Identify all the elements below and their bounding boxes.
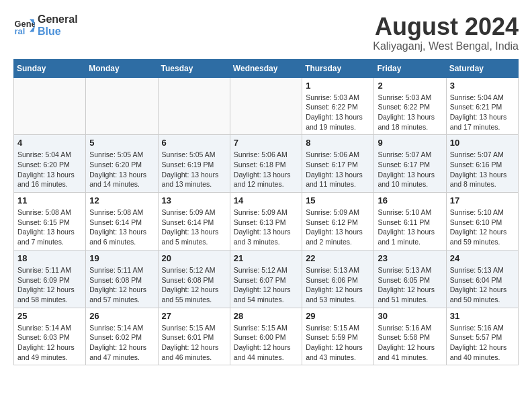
day-number: 27 [162, 311, 226, 321]
weekday-header: Friday [374, 59, 446, 77]
calendar-cell: 31Sunrise: 5:16 AM Sunset: 5:57 PM Dayli… [446, 308, 518, 365]
calendar-cell: 20Sunrise: 5:12 AM Sunset: 6:08 PM Dayli… [158, 250, 230, 308]
calendar-cell: 17Sunrise: 5:10 AM Sunset: 6:10 PM Dayli… [446, 193, 518, 250]
calendar-cell: 13Sunrise: 5:09 AM Sunset: 6:14 PM Dayli… [158, 193, 230, 250]
calendar-cell: 24Sunrise: 5:13 AM Sunset: 6:04 PM Dayli… [446, 250, 518, 308]
day-number: 5 [89, 138, 154, 148]
weekday-header: Monday [86, 59, 158, 77]
calendar-cell: 3Sunrise: 5:04 AM Sunset: 6:21 PM Daylig… [446, 77, 518, 135]
day-number: 9 [378, 138, 442, 148]
weekday-header: Saturday [446, 59, 518, 77]
calendar: SundayMondayTuesdayWednesdayThursdayFrid… [13, 59, 519, 366]
weekday-header: Sunday [14, 59, 86, 77]
day-info: Sunrise: 5:05 AM Sunset: 6:19 PM Dayligh… [162, 150, 226, 189]
calendar-cell: 25Sunrise: 5:14 AM Sunset: 6:03 PM Dayli… [14, 308, 86, 365]
day-number: 12 [89, 195, 154, 205]
day-info: Sunrise: 5:08 AM Sunset: 6:15 PM Dayligh… [17, 208, 82, 247]
day-number: 7 [234, 138, 298, 148]
calendar-cell: 29Sunrise: 5:15 AM Sunset: 5:59 PM Dayli… [302, 308, 374, 365]
calendar-header: SundayMondayTuesdayWednesdayThursdayFrid… [14, 59, 519, 77]
day-number: 23 [378, 253, 442, 263]
day-info: Sunrise: 5:10 AM Sunset: 6:10 PM Dayligh… [450, 208, 515, 247]
day-number: 26 [89, 311, 154, 321]
day-number: 24 [450, 253, 515, 263]
calendar-cell: 23Sunrise: 5:13 AM Sunset: 6:05 PM Dayli… [374, 250, 446, 308]
day-number: 10 [450, 138, 515, 148]
day-number: 3 [450, 81, 515, 91]
logo-icon: Gene ral [13, 15, 35, 36]
day-info: Sunrise: 5:06 AM Sunset: 6:18 PM Dayligh… [234, 150, 298, 189]
calendar-cell: 19Sunrise: 5:11 AM Sunset: 6:08 PM Dayli… [86, 250, 158, 308]
calendar-body: 1Sunrise: 5:03 AM Sunset: 6:22 PM Daylig… [14, 77, 519, 365]
day-info: Sunrise: 5:13 AM Sunset: 6:06 PM Dayligh… [306, 265, 370, 305]
day-number: 13 [162, 195, 226, 205]
calendar-cell: 8Sunrise: 5:06 AM Sunset: 6:17 PM Daylig… [302, 135, 374, 193]
calendar-cell: 6Sunrise: 5:05 AM Sunset: 6:19 PM Daylig… [158, 135, 230, 193]
weekday-header: Wednesday [230, 59, 302, 77]
calendar-week: 18Sunrise: 5:11 AM Sunset: 6:09 PM Dayli… [14, 250, 519, 308]
calendar-cell: 7Sunrise: 5:06 AM Sunset: 6:18 PM Daylig… [230, 135, 302, 193]
calendar-cell: 9Sunrise: 5:07 AM Sunset: 6:17 PM Daylig… [374, 135, 446, 193]
day-info: Sunrise: 5:13 AM Sunset: 6:05 PM Dayligh… [378, 265, 442, 305]
day-number: 16 [378, 195, 442, 205]
calendar-cell: 1Sunrise: 5:03 AM Sunset: 6:22 PM Daylig… [302, 77, 374, 135]
day-number: 17 [450, 195, 515, 205]
day-info: Sunrise: 5:06 AM Sunset: 6:17 PM Dayligh… [306, 150, 370, 189]
day-info: Sunrise: 5:12 AM Sunset: 6:07 PM Dayligh… [234, 265, 298, 305]
day-info: Sunrise: 5:07 AM Sunset: 6:16 PM Dayligh… [450, 150, 515, 189]
day-info: Sunrise: 5:14 AM Sunset: 6:03 PM Dayligh… [17, 323, 82, 363]
calendar-cell: 4Sunrise: 5:04 AM Sunset: 6:20 PM Daylig… [14, 135, 86, 193]
calendar-week: 25Sunrise: 5:14 AM Sunset: 6:03 PM Dayli… [14, 308, 519, 365]
day-number: 2 [378, 81, 442, 91]
calendar-cell [86, 77, 158, 135]
day-number: 22 [306, 253, 370, 263]
calendar-cell: 15Sunrise: 5:09 AM Sunset: 6:12 PM Dayli… [302, 193, 374, 250]
main-title: August 2024 [373, 13, 519, 40]
calendar-cell: 14Sunrise: 5:09 AM Sunset: 6:13 PM Dayli… [230, 193, 302, 250]
calendar-cell: 26Sunrise: 5:14 AM Sunset: 6:02 PM Dayli… [86, 308, 158, 365]
day-info: Sunrise: 5:05 AM Sunset: 6:20 PM Dayligh… [89, 150, 154, 189]
day-info: Sunrise: 5:13 AM Sunset: 6:04 PM Dayligh… [450, 265, 515, 305]
calendar-week: 11Sunrise: 5:08 AM Sunset: 6:15 PM Dayli… [14, 193, 519, 250]
day-number: 20 [162, 253, 226, 263]
day-info: Sunrise: 5:09 AM Sunset: 6:13 PM Dayligh… [234, 208, 298, 247]
weekday-header: Tuesday [158, 59, 230, 77]
header: Gene ral GeneralBlue August 2024 Kaliyag… [13, 13, 519, 52]
day-info: Sunrise: 5:03 AM Sunset: 6:22 PM Dayligh… [378, 93, 442, 132]
day-info: Sunrise: 5:12 AM Sunset: 6:08 PM Dayligh… [162, 265, 226, 305]
day-number: 25 [17, 311, 82, 321]
day-info: Sunrise: 5:15 AM Sunset: 6:01 PM Dayligh… [162, 323, 226, 363]
day-number: 4 [17, 138, 82, 148]
day-number: 28 [234, 311, 298, 321]
day-info: Sunrise: 5:11 AM Sunset: 6:08 PM Dayligh… [89, 265, 154, 305]
day-info: Sunrise: 5:16 AM Sunset: 5:57 PM Dayligh… [450, 323, 515, 363]
day-info: Sunrise: 5:07 AM Sunset: 6:17 PM Dayligh… [378, 150, 442, 189]
day-info: Sunrise: 5:04 AM Sunset: 6:20 PM Dayligh… [17, 150, 82, 189]
day-number: 19 [89, 253, 154, 263]
calendar-cell [14, 77, 86, 135]
day-info: Sunrise: 5:15 AM Sunset: 6:00 PM Dayligh… [234, 323, 298, 363]
calendar-cell: 12Sunrise: 5:08 AM Sunset: 6:14 PM Dayli… [86, 193, 158, 250]
day-info: Sunrise: 5:08 AM Sunset: 6:14 PM Dayligh… [89, 208, 154, 247]
subtitle: Kaliyaganj, West Bengal, India [373, 40, 519, 52]
svg-text:ral: ral [15, 26, 26, 36]
calendar-cell: 2Sunrise: 5:03 AM Sunset: 6:22 PM Daylig… [374, 77, 446, 135]
day-number: 11 [17, 195, 82, 205]
day-info: Sunrise: 5:14 AM Sunset: 6:02 PM Dayligh… [89, 323, 154, 363]
day-number: 31 [450, 311, 515, 321]
weekday-header: Thursday [302, 59, 374, 77]
calendar-cell [230, 77, 302, 135]
day-info: Sunrise: 5:10 AM Sunset: 6:11 PM Dayligh… [378, 208, 442, 247]
day-info: Sunrise: 5:11 AM Sunset: 6:09 PM Dayligh… [17, 265, 82, 305]
day-number: 29 [306, 311, 370, 321]
day-info: Sunrise: 5:03 AM Sunset: 6:22 PM Dayligh… [306, 93, 370, 132]
calendar-cell: 27Sunrise: 5:15 AM Sunset: 6:01 PM Dayli… [158, 308, 230, 365]
calendar-cell: 22Sunrise: 5:13 AM Sunset: 6:06 PM Dayli… [302, 250, 374, 308]
title-section: August 2024 Kaliyaganj, West Bengal, Ind… [373, 13, 519, 52]
day-number: 14 [234, 195, 298, 205]
day-number: 6 [162, 138, 226, 148]
calendar-cell: 10Sunrise: 5:07 AM Sunset: 6:16 PM Dayli… [446, 135, 518, 193]
calendar-cell: 11Sunrise: 5:08 AM Sunset: 6:15 PM Dayli… [14, 193, 86, 250]
day-info: Sunrise: 5:15 AM Sunset: 5:59 PM Dayligh… [306, 323, 370, 363]
day-info: Sunrise: 5:09 AM Sunset: 6:12 PM Dayligh… [306, 208, 370, 247]
